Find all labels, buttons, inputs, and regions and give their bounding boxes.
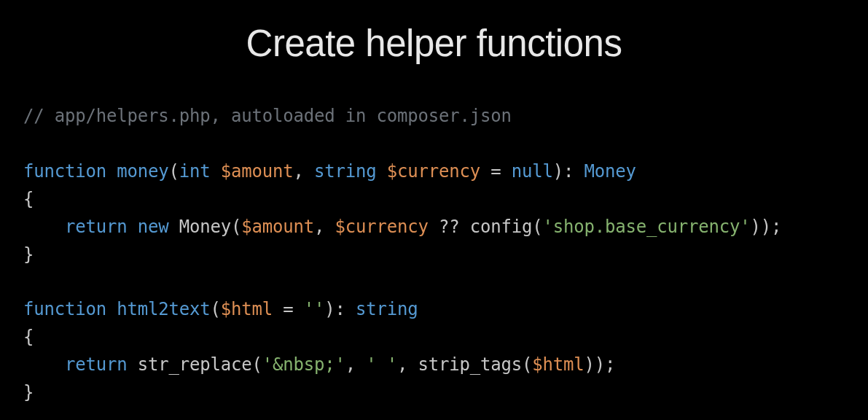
colon: :: [335, 299, 356, 319]
equals: =: [480, 161, 512, 182]
type-int: int: [179, 161, 211, 182]
paren: ): [595, 354, 605, 375]
paren: ): [751, 217, 761, 237]
paren: ): [761, 217, 771, 237]
keyword-function: function: [23, 299, 106, 319]
null-coalesce: ??: [429, 217, 470, 237]
semicolon: ;: [771, 217, 781, 237]
brace: {: [23, 189, 34, 209]
paren: ): [584, 354, 595, 375]
string-literal: 'shop.base_currency': [543, 217, 751, 237]
var-currency: $currency: [387, 161, 480, 182]
indent: [23, 217, 65, 237]
keyword-return: return: [65, 217, 128, 237]
slide: Create helper functions // app/helpers.p…: [0, 0, 868, 420]
string-literal: '': [304, 299, 325, 319]
keyword-new: new: [138, 217, 169, 237]
brace: {: [23, 327, 34, 347]
brace: }: [23, 244, 34, 265]
return-type-money: Money: [584, 161, 636, 182]
function-name-money: money: [117, 161, 168, 182]
brace: }: [23, 382, 34, 402]
return-type-string: string: [356, 299, 418, 319]
keyword-return: return: [65, 354, 128, 375]
fn-strip-tags: strip_tags: [418, 354, 523, 375]
paren: (: [211, 299, 221, 319]
paren: ): [553, 161, 563, 182]
fn-config: config: [470, 217, 533, 237]
comma: ,: [397, 354, 418, 375]
var-html: $html: [532, 354, 584, 375]
code-block: // app/helpers.php, autoloaded in compos…: [23, 103, 845, 407]
comma: ,: [314, 217, 335, 237]
paren: ): [324, 299, 335, 319]
paren: (: [522, 354, 532, 375]
equals: =: [273, 299, 304, 319]
paren: (: [231, 217, 241, 237]
indent: [23, 354, 65, 375]
colon: :: [563, 161, 584, 182]
comma: ,: [345, 354, 367, 375]
string-literal: ' ': [366, 354, 397, 375]
function-name-html2text: html2text: [117, 299, 210, 319]
null-literal: null: [512, 161, 553, 182]
fn-str-replace: str_replace: [138, 354, 252, 375]
var-html: $html: [221, 299, 273, 319]
paren: (: [252, 354, 262, 375]
var-amount: $amount: [241, 217, 314, 237]
var-currency: $currency: [335, 217, 429, 237]
comma: ,: [294, 161, 315, 182]
class-money: Money: [179, 217, 231, 237]
paren: (: [169, 161, 179, 182]
var-amount: $amount: [221, 161, 294, 182]
paren: (: [532, 217, 542, 237]
type-string: string: [314, 161, 377, 182]
code-comment: // app/helpers.php, autoloaded in compos…: [23, 106, 512, 126]
keyword-function: function: [23, 161, 106, 182]
semicolon: ;: [605, 354, 615, 375]
string-literal: '&nbsp;': [262, 354, 345, 375]
slide-title: Create helper functions: [23, 22, 845, 65]
